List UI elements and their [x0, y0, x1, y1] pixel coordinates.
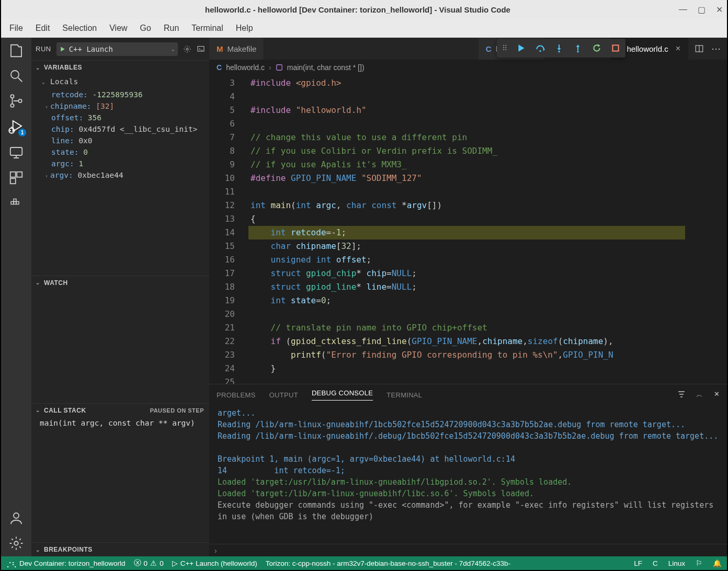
gear-icon[interactable] [8, 535, 24, 551]
callstack-section[interactable]: ⌄ CALL STACK PAUSED ON STEP [31, 403, 209, 417]
svg-rect-14 [14, 199, 16, 202]
svg-rect-13 [16, 202, 19, 204]
torizon-status[interactable]: Torizon: c-cpp-nossh - arm32v7-debian-ba… [266, 559, 510, 567]
menu-terminal[interactable]: Terminal [186, 21, 228, 35]
launch-config-select[interactable]: C++ Launch ⌄ [56, 42, 178, 56]
variable-row[interactable]: retcode: -1225895936 [47, 89, 209, 100]
menu-run[interactable]: Run [158, 21, 184, 35]
debug-console-input[interactable]: › [209, 544, 727, 556]
variables-scope[interactable]: ⌄ Locals [31, 74, 209, 89]
c-file-icon: C [486, 44, 492, 53]
breadcrumb[interactable]: C helloworld.c › main(int, char const * … [209, 60, 727, 75]
filter-icon[interactable] [677, 390, 686, 398]
makefile-icon: M [217, 44, 223, 53]
gear-icon[interactable] [183, 45, 191, 53]
window-title: helloworld.c - helloworld [Dev Container… [37, 5, 679, 14]
svg-marker-31 [598, 44, 600, 47]
debug-sidebar: RUN C++ Launch ⌄ ⌄ VARIABLES ⌄ Locals re… [31, 38, 209, 556]
platform-indicator[interactable]: Linux [668, 559, 685, 567]
maximize-icon[interactable]: ▢ [698, 5, 706, 15]
feedback-icon[interactable]: ⚐ [696, 559, 702, 567]
variable-row[interactable]: state: 0 [47, 146, 209, 158]
remote-indicator[interactable]: ⡐⢆ Dev Container: torizon_helloworld [6, 559, 126, 567]
step-over-button[interactable] [536, 43, 545, 53]
tab-makefile[interactable]: M Makefile [209, 38, 264, 60]
svg-rect-8 [10, 172, 16, 177]
svg-line-1 [18, 78, 22, 82]
source-control-icon[interactable] [8, 93, 24, 109]
menu-file[interactable]: File [4, 21, 28, 35]
menu-edit[interactable]: Edit [30, 21, 55, 35]
step-out-button[interactable] [573, 43, 583, 53]
debug-console-icon[interactable] [197, 45, 205, 53]
tab-problems[interactable]: PROBLEMS [217, 391, 256, 399]
svg-point-0 [11, 71, 19, 78]
menu-view[interactable]: View [104, 21, 132, 35]
play-icon: ▷ [172, 559, 178, 567]
minimap[interactable] [685, 75, 727, 384]
launch-config-name: C++ Launch [69, 45, 113, 53]
close-icon[interactable]: ✕ [716, 5, 723, 15]
titlebar: helloworld.c - helloworld [Dev Container… [1, 0, 727, 19]
breakpoints-section[interactable]: ⌄ BREAKPOINTS [31, 542, 209, 556]
menu-selection[interactable]: Selection [57, 21, 102, 35]
svg-point-16 [14, 541, 18, 545]
svg-marker-29 [576, 44, 580, 47]
notifications-icon[interactable]: 🔔 [713, 559, 722, 567]
drag-handle-icon[interactable]: ⠿ [502, 44, 507, 52]
expand-icon[interactable]: ︿ [696, 390, 703, 399]
c-file-icon: C [217, 63, 222, 72]
statusbar: ⡐⢆ Dev Container: torizon_helloworld ⓧ0 … [1, 556, 727, 570]
debug-icon[interactable] [8, 118, 24, 134]
close-icon[interactable]: ✕ [714, 390, 720, 399]
remote-icon: ⡐⢆ [6, 559, 17, 567]
variable-row[interactable]: argc: 1 [47, 158, 209, 169]
variable-row[interactable]: ›chipname: [32] [47, 100, 209, 112]
svg-rect-7 [10, 147, 22, 155]
stop-button[interactable] [611, 43, 620, 53]
menubar: File Edit Selection View Go Run Terminal… [1, 19, 727, 38]
svg-rect-9 [17, 172, 22, 177]
account-icon[interactable] [8, 510, 24, 526]
code-editor[interactable]: 345678910111213141516171819202122232425 … [209, 75, 727, 384]
restart-button[interactable] [592, 43, 601, 53]
minimize-icon[interactable]: — [679, 5, 687, 15]
watch-section[interactable]: ⌄ WATCH [31, 276, 209, 290]
docker-icon[interactable] [8, 195, 24, 211]
chevron-down-icon: ⌄ [36, 65, 41, 71]
chevron-down-icon: ⌄ [36, 407, 41, 413]
step-into-button[interactable] [554, 43, 564, 53]
continue-button[interactable] [517, 43, 526, 53]
more-icon[interactable]: ⋯ [711, 43, 721, 54]
svg-point-24 [539, 50, 541, 52]
variable-row[interactable]: offset: 356 [47, 112, 209, 123]
svg-rect-19 [198, 46, 204, 51]
svg-rect-12 [14, 202, 16, 204]
activitybar [1, 38, 31, 556]
variables-section[interactable]: ⌄ VARIABLES [31, 61, 209, 74]
search-icon[interactable] [8, 68, 24, 84]
variable-row[interactable]: line: 0x0 [47, 135, 209, 146]
menu-help[interactable]: Help [231, 21, 258, 35]
svg-point-2 [10, 95, 14, 98]
problems-indicator[interactable]: ⓧ0 ⚠0 [134, 558, 164, 568]
debug-status[interactable]: ▷ C++ Launch (helloworld) [172, 559, 257, 567]
debug-console-output[interactable]: arget...Reading /lib/arm-linux-gnueabihf… [209, 405, 727, 544]
svg-rect-33 [276, 65, 282, 71]
tab-output[interactable]: OUTPUT [269, 391, 298, 399]
tab-terminal[interactable]: TERMINAL [386, 391, 422, 399]
menu-go[interactable]: Go [135, 21, 156, 35]
close-icon[interactable]: × [676, 44, 680, 53]
extensions-icon[interactable] [8, 170, 24, 186]
variable-row[interactable]: chip: 0x4d57fd <__libc_csu_init> [47, 123, 209, 135]
variable-row[interactable]: ›argv: 0xbec1ae44 [47, 169, 209, 181]
svg-rect-32 [612, 45, 618, 51]
language-indicator[interactable]: C [653, 559, 658, 567]
explorer-icon[interactable] [8, 43, 24, 59]
tab-debug-console[interactable]: DEBUG CONSOLE [312, 389, 373, 401]
svg-marker-22 [518, 44, 524, 52]
callstack-frame[interactable]: main(int argc, const char ** argv) [31, 417, 209, 429]
eol-indicator[interactable]: LF [634, 559, 642, 567]
remote-explorer-icon[interactable] [8, 145, 24, 161]
split-editor-icon[interactable] [695, 44, 704, 53]
